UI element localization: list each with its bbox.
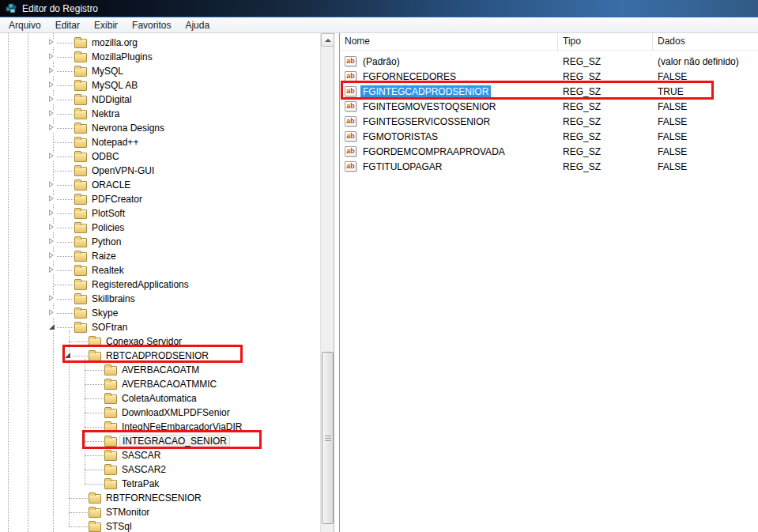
tree-item-skype[interactable]: Skype	[0, 306, 334, 320]
tree-item-label[interactable]: IntegNFeEmbarcadorViaDIR	[122, 421, 243, 432]
tree-item-sascar[interactable]: SASCAR	[0, 448, 334, 462]
tree-item-label[interactable]: ORACLE	[92, 179, 130, 191]
tree-item-pdfcreator[interactable]: PDFCreator	[0, 192, 334, 206]
value-row-fgintegmovestoqsenior[interactable]: abFGINTEGMOVESTOQSENIOR REG_SZ FALSE	[340, 99, 758, 114]
value-name[interactable]: FGFORNECEDORES	[360, 70, 458, 83]
expander-collapsed-icon[interactable]	[48, 295, 56, 303]
tree-item-label[interactable]: RBTFORNECSENIOR	[106, 492, 202, 504]
tree-item-policies[interactable]: Policies	[0, 221, 334, 235]
tree-item-plotsoft[interactable]: PlotSoft	[0, 206, 334, 221]
value-row-fgintegcadprodsenior[interactable]: abFGINTEGCADPRODSENIOR REG_SZ TRUE	[340, 84, 758, 99]
tree-item-mysql-ab[interactable]: MySQL AB	[0, 78, 334, 92]
tree-item-softran[interactable]: SOFtran	[0, 320, 334, 334]
tree-item-label[interactable]: SOFtran	[92, 322, 127, 333]
expander-collapsed-icon[interactable]	[48, 81, 56, 89]
expander-collapsed-icon[interactable]	[48, 309, 56, 317]
expander-collapsed-icon[interactable]	[48, 124, 56, 132]
tree-item-label[interactable]: Nektra	[92, 108, 119, 119]
value-row-fgintegservicossenior[interactable]: abFGINTEGSERVICOSSENIOR REG_SZ FALSE	[340, 114, 758, 129]
expander-collapsed-icon[interactable]	[48, 195, 56, 203]
tree-item-registeredapplications[interactable]: RegisteredApplications	[0, 277, 334, 292]
value-name-selected[interactable]: FGINTEGCADPRODSENIOR	[360, 85, 491, 98]
tree-item-averbacaoatmmic[interactable]: AVERBACAOATMMIC	[0, 377, 334, 391]
expander-collapsed-icon[interactable]	[48, 53, 56, 61]
expander-collapsed-icon[interactable]	[48, 39, 56, 47]
expander-expanded-icon[interactable]	[64, 352, 72, 360]
tree-item-mozillaplugins[interactable]: MozillaPlugins	[0, 50, 334, 64]
expander-expanded-icon[interactable]	[48, 323, 56, 331]
tree-item-label[interactable]: TetraPak	[122, 478, 159, 489]
tree-item-label[interactable]: OpenVPN-GUI	[92, 165, 154, 176]
scrollbar-thumb[interactable]	[322, 352, 334, 524]
tree-item-tetrapak[interactable]: TetraPak	[0, 477, 334, 491]
tree-item-label[interactable]: STSql	[106, 521, 132, 532]
tree-item-mozilla-org[interactable]: mozilla.org	[0, 36, 334, 50]
tree-item-sascar2[interactable]: SASCAR2	[0, 462, 334, 477]
column-header-dados[interactable]: Dados	[653, 33, 758, 51]
value-row-fgtitulopagar[interactable]: abFGTITULOPAGAR REG_SZ FALSE	[340, 159, 758, 174]
tree-item-label[interactable]: SASCAR2	[122, 464, 166, 475]
tree-item-skillbrains[interactable]: Skillbrains	[0, 292, 334, 306]
tree-item-label[interactable]: Raize	[92, 251, 116, 262]
tree-item-integnfeembarcadorviadir[interactable]: IntegNFeEmbarcadorViaDIR	[0, 420, 334, 434]
tree-item-oracle[interactable]: ORACLE	[0, 178, 334, 192]
tree-item-label[interactable]: ColetaAutomatica	[122, 393, 197, 404]
tree-item-nddigital[interactable]: NDDigital	[0, 92, 334, 107]
tree-item-label[interactable]: Policies	[92, 222, 124, 233]
tree-item-label[interactable]: NDDigital	[92, 94, 132, 105]
tree-item-label[interactable]: Nevrona Designs	[92, 123, 164, 134]
value-name[interactable]: FGINTEGSERVICOSSENIOR	[360, 115, 492, 128]
value-row-fgordemcompraaprovada[interactable]: abFGORDEMCOMPRAAPROVADA REG_SZ FALSE	[340, 144, 758, 159]
tree-item-label[interactable]: mozilla.org	[92, 37, 138, 48]
value-name[interactable]: FGTITULOPAGAR	[360, 160, 444, 173]
value-row-padrao[interactable]: ab(Padrão) REG_SZ (valor não definido)	[340, 54, 758, 69]
tree-item-label[interactable]: PlotSoft	[92, 208, 125, 219]
value-row-fgfornecedores[interactable]: abFGFORNECEDORES REG_SZ FALSE	[340, 69, 758, 84]
expander-collapsed-icon[interactable]	[48, 266, 56, 274]
tree-item-label[interactable]: DownloadXMLPDFSenior	[122, 407, 230, 418]
value-name[interactable]: FGORDEMCOMPRAAPROVADA	[360, 145, 507, 158]
expander-collapsed-icon[interactable]	[48, 181, 56, 189]
expander-collapsed-icon[interactable]	[48, 224, 56, 232]
tree-item-label[interactable]: Skillbrains	[92, 293, 135, 304]
tree-item-openvpn-gui[interactable]: OpenVPN-GUI	[0, 164, 334, 178]
expander-collapsed-icon[interactable]	[48, 153, 56, 160]
tree-item-realtek[interactable]: Realtek	[0, 263, 334, 277]
tree-item-python[interactable]: Python	[0, 235, 334, 249]
expander-collapsed-icon[interactable]	[48, 238, 56, 246]
expander-collapsed-icon[interactable]	[48, 252, 56, 260]
value-name[interactable]: FGINTEGMOVESTOQSENIOR	[360, 100, 498, 113]
tree-item-nektra[interactable]: Nektra	[0, 107, 334, 121]
expander-collapsed-icon[interactable]	[48, 110, 56, 118]
menu-favoritos[interactable]: Favoritos	[125, 18, 178, 32]
tree-item-label[interactable]: AVERBACAOATMMIC	[122, 379, 217, 390]
value-name[interactable]: FGMOTORISTAS	[360, 130, 440, 143]
tree-item-label[interactable]: STMonitor	[106, 507, 149, 518]
tree-item-stsql[interactable]: STSql	[0, 519, 334, 532]
menu-ajuda[interactable]: Ajuda	[178, 18, 217, 32]
tree-item-odbc[interactable]: ODBC	[0, 149, 334, 164]
tree-item-label[interactable]: RegisteredApplications	[92, 279, 189, 290]
tree-item-notepadpp[interactable]: Notepad++	[0, 135, 334, 149]
tree-item-label[interactable]: Skype	[92, 308, 118, 319]
tree-item-rbtfornecsenior[interactable]: RBTFORNECSENIOR	[0, 491, 334, 505]
title-bar[interactable]: Editor do Registro	[0, 0, 758, 17]
tree-item-averbacaoatm[interactable]: AVERBACAOATM	[0, 363, 334, 377]
menu-editar[interactable]: Editar	[48, 18, 87, 32]
tree-vertical-scrollbar[interactable]	[320, 33, 334, 532]
tree-item-stmonitor[interactable]: STMonitor	[0, 505, 334, 519]
column-header-nome[interactable]: Nome	[340, 33, 558, 51]
tree-item-label[interactable]: MySQL	[92, 66, 123, 77]
tree-item-label[interactable]: Notepad++	[92, 137, 138, 148]
tree-item-mysql[interactable]: MySQL	[0, 64, 334, 78]
registry-values-pane[interactable]: Nome Tipo Dados ab(Padrão) REG_SZ (valor…	[339, 33, 758, 532]
tree-item-label[interactable]: RBTCADPRODSENIOR	[106, 350, 209, 361]
tree-item-label[interactable]: MozillaPlugins	[92, 51, 153, 62]
expander-collapsed-icon[interactable]	[48, 96, 56, 104]
registry-tree-pane[interactable]: mozilla.org MozillaPlugins MySQL MySQL A…	[0, 33, 334, 532]
tree-item-downloadxmlpdfsenior[interactable]: DownloadXMLPDFSenior	[0, 406, 334, 420]
tree-item-label[interactable]: AVERBACAOATM	[122, 364, 199, 375]
tree-item-coletaautomatica[interactable]: ColetaAutomatica	[0, 391, 334, 406]
tree-item-label[interactable]: Realtek	[92, 265, 124, 276]
value-row-fgmotoristas[interactable]: abFGMOTORISTAS REG_SZ FALSE	[340, 129, 758, 144]
